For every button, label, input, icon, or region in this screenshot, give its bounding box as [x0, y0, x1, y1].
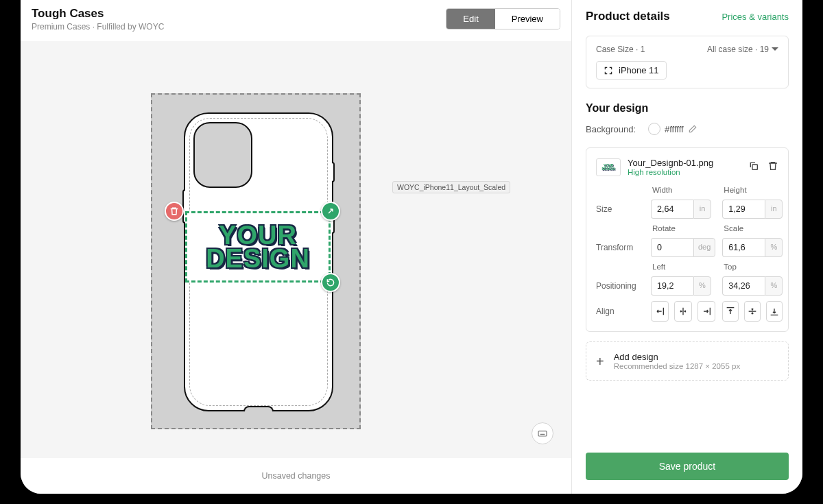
scale-input[interactable] — [722, 238, 765, 257]
align-row-label: Align — [596, 307, 644, 316]
width-unit: in — [693, 200, 711, 219]
top-input[interactable] — [722, 276, 765, 296]
design-line2: DESIGN — [206, 244, 310, 273]
your-design-title: Your design — [586, 102, 789, 115]
layer-tooltip: WOYC_iPhone11_Layout_Scaled — [392, 181, 510, 193]
left-input[interactable] — [651, 276, 693, 296]
align-left-icon — [654, 306, 665, 317]
preview-tab[interactable]: Preview — [495, 9, 560, 29]
background-value: #ffffff — [665, 124, 684, 134]
save-product-button[interactable]: Save product — [586, 453, 789, 480]
rotate-field: deg — [651, 238, 715, 257]
fullscreen-icon — [604, 66, 613, 75]
height-unit: in — [765, 200, 783, 219]
height-input[interactable] — [722, 200, 765, 219]
top-col-label: Top — [722, 263, 783, 271]
align-top-button[interactable] — [722, 301, 739, 322]
expand-icon — [326, 206, 335, 216]
add-design-subtitle: Recommended size 1287 × 2055 px — [614, 362, 740, 370]
layer-filename: Your_Designb-01.png — [628, 158, 713, 168]
delete-handle[interactable] — [165, 202, 184, 221]
background-swatch — [648, 123, 660, 135]
variant-box: Case Size · 1 All case size · 19 iPhone … — [586, 36, 789, 88]
delete-layer-button[interactable] — [767, 160, 778, 174]
trash-icon — [169, 206, 179, 216]
top-field: % — [722, 276, 783, 296]
design-artwork: YOUR DESIGN — [206, 224, 310, 270]
edit-tab[interactable]: Edit — [446, 9, 494, 29]
chevron-down-icon — [772, 47, 778, 54]
align-top-icon — [725, 306, 736, 317]
print-area[interactable]: YOUR DESIGN — [151, 93, 361, 429]
details-title: Product details — [586, 10, 670, 23]
width-input[interactable] — [651, 200, 693, 219]
svg-rect-1 — [752, 165, 757, 169]
pencil-icon — [688, 124, 697, 134]
background-label: Background: — [586, 124, 636, 134]
scale-unit: % — [765, 238, 783, 257]
scale-handle[interactable] — [321, 202, 340, 221]
align-left-button[interactable] — [651, 301, 669, 322]
canvas-area[interactable]: YOUR DESIGN WOYC_iPhone11_Layout_Scaled — [21, 41, 571, 458]
duplicate-layer-button[interactable] — [748, 160, 759, 174]
align-right-button[interactable] — [697, 301, 715, 322]
positioning-row-label: Positioning — [596, 281, 644, 291]
right-footer: Save product — [572, 443, 802, 494]
variant-all-label: All case size · 19 — [707, 45, 769, 54]
mode-segmented: Edit Preview — [446, 8, 560, 29]
right-panel: Product details Prices & variants Case S… — [572, 0, 802, 494]
background-picker[interactable]: #ffffff — [648, 123, 697, 135]
variant-group-label: Case Size · 1 — [596, 45, 645, 54]
top-header: Tough Cases Premium Cases · Fulfilled by… — [21, 0, 571, 41]
scale-field: % — [722, 238, 783, 257]
left-col-label: Left — [651, 263, 715, 271]
variant-chip-label: iPhone 11 — [619, 65, 659, 75]
prices-variants-link[interactable]: Prices & variants — [721, 12, 789, 22]
rotate-input[interactable] — [651, 238, 693, 257]
unsaved-status: Unsaved changes — [261, 471, 330, 481]
variant-chip[interactable]: iPhone 11 — [596, 61, 667, 80]
bottom-notch — [243, 406, 274, 411]
layer-thumbnail: YOURDESIGN — [596, 158, 621, 176]
scale-col-label: Scale — [722, 224, 783, 232]
layer-resolution: High resolution — [628, 168, 713, 176]
svg-rect-0 — [538, 431, 547, 436]
background-row: Background: #ffffff — [586, 123, 789, 135]
keyboard-icon — [537, 428, 548, 439]
copy-icon — [748, 160, 759, 171]
rotate-icon — [326, 278, 335, 287]
height-field: in — [722, 200, 783, 219]
plus-icon: + — [596, 355, 604, 368]
right-scroll[interactable]: Product details Prices & variants Case S… — [572, 0, 802, 443]
design-selection[interactable]: YOUR DESIGN — [185, 211, 331, 283]
editor-window: Tough Cases Premium Cases · Fulfilled by… — [21, 0, 802, 494]
variant-all-dropdown[interactable]: All case size · 19 — [707, 45, 778, 54]
rotate-col-label: Rotate — [651, 224, 715, 232]
align-hcenter-icon — [678, 306, 689, 317]
height-col-label: Height — [722, 186, 783, 194]
align-hcenter-button[interactable] — [674, 301, 692, 322]
transform-row-label: Transform — [596, 243, 644, 252]
align-vcenter-button[interactable] — [744, 301, 761, 322]
top-unit: % — [765, 276, 783, 296]
left-unit: % — [693, 276, 711, 296]
product-subtitle: Premium Cases · Fulfilled by WOYC — [32, 22, 164, 32]
align-vcenter-icon — [747, 306, 758, 317]
size-row-label: Size — [596, 204, 644, 214]
rotate-unit: deg — [693, 238, 715, 257]
align-right-icon — [701, 306, 712, 317]
left-footer: Unsaved changes — [21, 458, 571, 494]
align-bottom-button[interactable] — [766, 301, 783, 322]
align-bottom-icon — [769, 306, 780, 317]
layer-card: YOURDESIGN Your_Designb-01.png High reso… — [586, 147, 789, 332]
details-header: Product details Prices & variants — [586, 10, 789, 23]
width-field: in — [651, 200, 715, 219]
left-pane: Tough Cases Premium Cases · Fulfilled by… — [21, 0, 572, 494]
rotate-handle[interactable] — [321, 273, 340, 292]
product-title: Tough Cases — [32, 7, 164, 21]
left-field: % — [651, 276, 715, 296]
add-design-card[interactable]: + Add design Recommended size 1287 × 205… — [586, 341, 789, 381]
camera-cutout — [193, 122, 252, 188]
keyboard-shortcuts-button[interactable] — [532, 422, 553, 444]
add-design-title: Add design — [614, 352, 740, 362]
